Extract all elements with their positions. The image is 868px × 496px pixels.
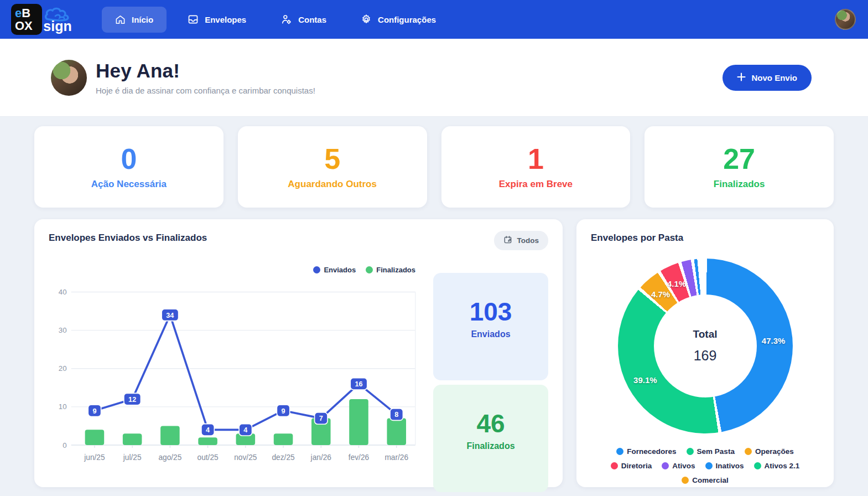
chart-summary-column: 103 Enviados 46 Finalizados (433, 258, 548, 492)
nav-label: Envelopes (205, 15, 246, 24)
dashboard-screen: eB OX sign Início (0, 0, 868, 496)
svg-text:fev/26: fev/26 (349, 453, 370, 462)
donut-legend: FornecedoresSem PastaOperaçõesDiretoriaA… (591, 447, 819, 484)
donut-legend-item[interactable]: Diretoria (611, 462, 652, 470)
donut-legend-item[interactable]: Operações (745, 447, 794, 456)
legend-label: Operações (755, 447, 794, 456)
svg-text:out/25: out/25 (197, 453, 219, 462)
enviados-total: 103 (470, 299, 512, 324)
legend-dot (687, 448, 694, 455)
donut-legend-item[interactable]: Inativos (705, 462, 744, 470)
donut-center: Total 169 (654, 294, 757, 397)
legend-label: Sem Pasta (697, 447, 735, 456)
top-navigation-bar: eB OX sign Início (0, 0, 868, 39)
legend-dot-enviados (313, 266, 320, 273)
stat-card-acao-necessaria[interactable]: 0 Ação Necessária (34, 126, 224, 208)
donut-center-title: Total (693, 328, 718, 340)
nav-label: Início (132, 15, 153, 24)
svg-text:40: 40 (59, 288, 67, 296)
summary-card-enviados: 103 Enviados (433, 273, 548, 380)
legend-item-finalizados[interactable]: Finalizados (366, 266, 415, 274)
donut-legend-item[interactable]: Ativos (662, 462, 695, 470)
logo-letter-b: B (22, 6, 30, 20)
stat-value: 1 (528, 144, 544, 173)
main-nav: Início Envelopes (102, 6, 449, 33)
svg-text:mar/26: mar/26 (384, 453, 408, 462)
stat-label: Expira em Breve (499, 179, 573, 190)
gear-icon (361, 14, 372, 25)
legend-dot (745, 448, 752, 455)
stat-card-expira-em-breve[interactable]: 1 Expira em Breve (441, 126, 631, 208)
profile-avatar[interactable] (835, 9, 856, 30)
nav-item-envelopes[interactable]: Envelopes (174, 6, 259, 33)
donut-legend-item[interactable]: Sem Pasta (687, 447, 735, 456)
svg-text:16: 16 (355, 380, 362, 388)
stat-value: 5 (324, 144, 340, 173)
legend-label: Ativos 2.1 (765, 462, 800, 470)
legend-label: Diretoria (621, 462, 652, 470)
svg-text:jul/25: jul/25 (123, 453, 142, 462)
user-avatar-photo (51, 60, 87, 96)
svg-text:10: 10 (59, 402, 67, 411)
ebox-sign-logo[interactable]: eB OX sign (11, 4, 72, 35)
svg-text:9: 9 (282, 407, 285, 415)
finalizados-total: 46 (476, 411, 505, 436)
nav-item-inicio[interactable]: Início (102, 7, 167, 33)
stat-value: 27 (723, 144, 755, 173)
envelopes-chart-panel: Envelopes Enviados vs Finalizados Todos (34, 219, 563, 487)
legend-dot (611, 462, 618, 469)
svg-text:jan/26: jan/26 (310, 453, 332, 462)
stat-card-finalizados[interactable]: 27 Finalizados (644, 126, 834, 208)
svg-text:dez/25: dez/25 (272, 453, 295, 462)
novo-envio-button[interactable]: Novo Envio (723, 65, 812, 91)
legend-dot (754, 462, 761, 469)
ebox-logo-mark: eB OX (11, 4, 42, 35)
svg-text:9: 9 (92, 407, 96, 415)
stat-label: Aguardando Outros (288, 179, 377, 190)
charts-row: Envelopes Enviados vs Finalizados Todos (34, 219, 834, 487)
svg-text:34: 34 (166, 312, 174, 319)
home-icon (115, 14, 126, 25)
svg-text:0: 0 (63, 441, 66, 450)
donut-legend-item[interactable]: Ativos 2.1 (754, 462, 800, 470)
nav-label: Contas (298, 15, 326, 24)
legend-label: Enviados (324, 266, 356, 274)
legend-item-enviados[interactable]: Enviados (313, 266, 356, 274)
legend-dot (662, 462, 669, 469)
donut-legend-item[interactable]: Fornecedores (616, 447, 676, 456)
greeting-title: Hey Ana! (96, 60, 315, 82)
nav-item-configuracoes[interactable]: Configurações (347, 6, 449, 33)
nav-label: Configurações (378, 15, 436, 24)
greeting-subtitle: Hoje é dia de assinar com confiança e ca… (96, 86, 315, 95)
legend-dot (616, 448, 623, 455)
svg-text:ago/25: ago/25 (158, 453, 181, 462)
stat-card-aguardando-outros[interactable]: 5 Aguardando Outros (238, 126, 427, 208)
donut-chart: Total 169 47.3%39.1%4.7%4.1% (618, 259, 793, 433)
legend-dot (682, 477, 689, 484)
svg-text:4: 4 (206, 426, 210, 434)
envelopes-por-pasta-panel: Envelopes por Pasta Total 169 47.3%39.1%… (576, 219, 834, 487)
legend-dot (705, 462, 713, 469)
enviados-label: Enviados (471, 329, 510, 339)
logo-sign-text: sign (43, 20, 71, 32)
finalizados-label: Finalizados (466, 441, 514, 451)
chart-title: Envelopes Enviados vs Finalizados (49, 232, 207, 244)
svg-text:12: 12 (128, 396, 136, 404)
donut-legend-item[interactable]: Comercial (682, 476, 728, 484)
chart-legend: Enviados Finalizados (49, 266, 420, 274)
envelope-icon (188, 14, 199, 25)
legend-dot-finalizados (366, 266, 373, 273)
legend-label: Ativos (672, 462, 695, 470)
status-cards-row: 0 Ação Necessária 5 Aguardando Outros 1 … (34, 126, 834, 208)
novo-envio-label: Novo Envio (751, 73, 797, 82)
svg-text:7: 7 (319, 415, 323, 422)
stat-value: 0 (121, 144, 137, 173)
donut-center-value: 169 (694, 348, 717, 364)
user-gear-icon (280, 14, 292, 25)
combo-chart-area: Enviados Finalizados 0102030409123444971… (49, 258, 420, 492)
nav-item-contas[interactable]: Contas (267, 6, 340, 33)
calendar-icon (503, 235, 512, 246)
stat-label: Finalizados (714, 179, 765, 190)
plus-icon (737, 73, 746, 83)
date-filter-button[interactable]: Todos (494, 231, 549, 250)
